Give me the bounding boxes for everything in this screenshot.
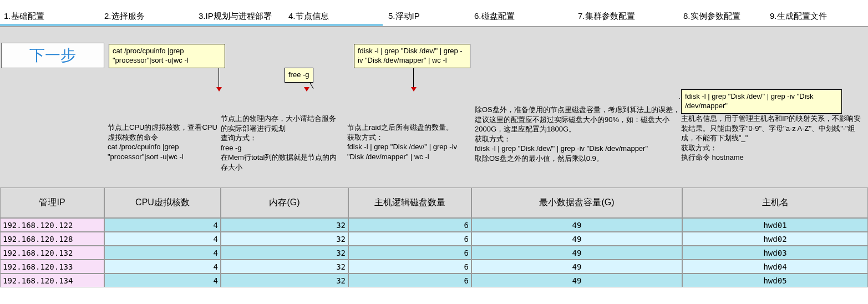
next-step-button[interactable]: 下一步 <box>1 43 104 68</box>
tab-1[interactable]: 1.基础配置 <box>4 11 44 22</box>
cell-cpu[interactable]: 4 <box>104 218 221 232</box>
arrow-stem <box>413 66 414 89</box>
tab-8[interactable]: 8.实例参数配置 <box>683 11 740 22</box>
cell-mem[interactable]: 32 <box>221 218 348 232</box>
header-host: 主机名 <box>682 188 868 218</box>
cell-mem[interactable]: 32 <box>221 232 348 246</box>
desc-cap: 除OS盘外，准备使用的节点里磁盘容量，考虑到算法上的误差，建议这里的配置应不超过… <box>475 105 681 163</box>
tooltip-mem-cmd: free -g <box>285 68 313 83</box>
cell-cap[interactable]: 49 <box>471 232 682 246</box>
description-panel: 下一步 cat /proc/cpuinfo |grep "processor"|… <box>0 27 868 188</box>
cell-host[interactable]: hwd05 <box>682 273 868 287</box>
tab-6[interactable]: 6.磁盘配置 <box>474 11 515 22</box>
table-row[interactable]: 192.168.120.134 4 32 6 49 hwd05 <box>0 273 868 287</box>
cell-host[interactable]: hwd03 <box>682 246 868 260</box>
tab-2[interactable]: 2.选择服务 <box>104 11 145 22</box>
desc-cpu: 节点上CPU的虚拟核数，查看CPU虚拟核数的命令 cat /proc/cpuin… <box>108 123 219 161</box>
table-header-row: 管理IP CPU虚拟核数 内存(G) 主机逻辑磁盘数量 最小数据盘容量(G) 主… <box>0 188 868 218</box>
table-row[interactable]: 192.168.120.132 4 32 6 49 hwd03 <box>0 246 868 260</box>
tab-7[interactable]: 7.集群参数配置 <box>578 11 635 22</box>
cell-ip[interactable]: 192.168.120.133 <box>0 260 104 273</box>
header-ip: 管理IP <box>0 188 104 218</box>
tooltip-cap-cmd: fdisk -l | grep "Disk /dev/" | grep -iv … <box>681 89 842 114</box>
header-disk: 主机逻辑磁盘数量 <box>348 188 471 218</box>
tooltip-cpu-cmd: cat /proc/cpuinfo |grep "processor"|sort… <box>109 44 225 68</box>
table-row[interactable]: 192.168.120.133 4 32 6 49 hwd04 <box>0 260 868 273</box>
cell-cpu[interactable]: 4 <box>104 260 221 273</box>
cell-mem[interactable]: 32 <box>221 273 348 287</box>
table-row[interactable]: 192.168.120.128 4 32 6 49 hwd02 <box>0 232 868 246</box>
arrow-icon <box>216 87 222 92</box>
cell-cpu[interactable]: 4 <box>104 246 221 260</box>
desc-mem: 节点上的物理内存，大小请结合服务的实际部署进行规划 查询方式： free -g … <box>221 114 341 172</box>
node-table: 管理IP CPU虚拟核数 内存(G) 主机逻辑磁盘数量 最小数据盘容量(G) 主… <box>0 188 868 287</box>
header-mem: 内存(G) <box>221 188 348 218</box>
arrow-icon <box>304 87 309 92</box>
cell-ip[interactable]: 192.168.120.132 <box>0 246 104 260</box>
cell-cpu[interactable]: 4 <box>104 232 221 246</box>
cell-disk[interactable]: 6 <box>348 273 471 287</box>
cell-ip[interactable]: 192.168.120.128 <box>0 232 104 246</box>
cell-ip[interactable]: 192.168.120.134 <box>0 273 104 287</box>
cell-host[interactable]: hwd01 <box>682 218 868 232</box>
arrow-stem <box>679 98 680 99</box>
cell-cap[interactable]: 49 <box>471 260 682 273</box>
tab-9[interactable]: 9.生成配置文件 <box>770 11 827 22</box>
cell-mem[interactable]: 32 <box>221 246 348 260</box>
header-cpu: CPU虚拟核数 <box>104 188 221 218</box>
cell-ip[interactable]: 192.168.120.122 <box>0 218 104 232</box>
cell-disk[interactable]: 6 <box>348 218 471 232</box>
cell-host[interactable]: hwd02 <box>682 232 868 246</box>
cell-cap[interactable]: 49 <box>471 246 682 260</box>
active-tab-underline <box>0 24 383 26</box>
arrow-stem <box>219 66 219 89</box>
header-cap: 最小数据盘容量(G) <box>471 188 682 218</box>
arrow-icon <box>411 87 417 92</box>
wizard-tabs: 1.基础配置 2.选择服务 3.IP规划与进程部署 4.节点信息 5.浮动IP … <box>0 0 868 27</box>
cell-disk[interactable]: 6 <box>348 232 471 246</box>
tooltip-disk-cmd: fdisk -l | grep "Disk /dev/" | grep -iv … <box>354 44 470 68</box>
desc-host: 主机名信息，用于管理主机名和IP的映射关系，不影响安装结果。只能由数字"0-9"… <box>681 114 864 163</box>
desc-disk: 节点上raid之后所有磁盘的数量。 获取方式： fdisk -l | grep … <box>347 123 468 161</box>
tab-3[interactable]: 3.IP规划与进程部署 <box>199 11 272 22</box>
cell-cap[interactable]: 49 <box>471 273 682 287</box>
tab-4[interactable]: 4.节点信息 <box>288 11 329 22</box>
table-row[interactable]: 192.168.120.122 4 32 6 49 hwd01 <box>0 218 868 232</box>
cell-mem[interactable]: 32 <box>221 260 348 273</box>
cell-disk[interactable]: 6 <box>348 246 471 260</box>
cell-cap[interactable]: 49 <box>471 218 682 232</box>
tab-5[interactable]: 5.浮动IP <box>388 11 420 22</box>
cell-disk[interactable]: 6 <box>348 260 471 273</box>
cell-cpu[interactable]: 4 <box>104 273 221 287</box>
cell-host[interactable]: hwd04 <box>682 260 868 273</box>
